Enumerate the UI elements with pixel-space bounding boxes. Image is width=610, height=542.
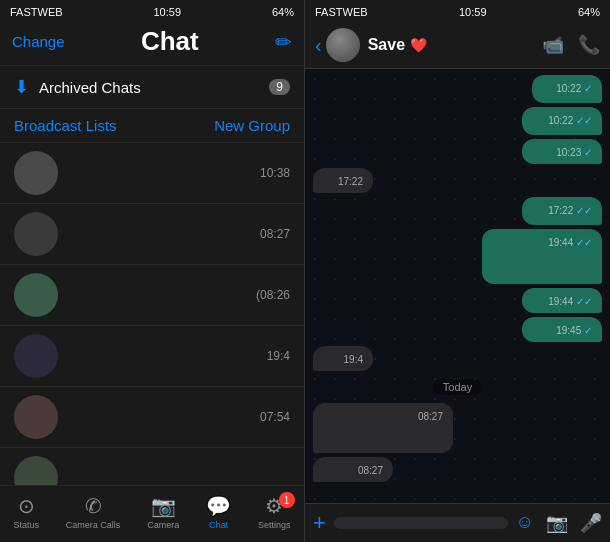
message-bubble: 10:22 ✓✓ (522, 107, 602, 135)
chat-preview (70, 175, 252, 190)
avatar (14, 273, 58, 317)
tick-icon: ✓✓ (576, 237, 592, 248)
archived-chats-row[interactable]: ⬇ Archived Chats 9 (0, 65, 304, 109)
nav-item-status[interactable]: ⊙ Status (13, 494, 39, 530)
tick-icon: ✓✓ (576, 296, 592, 307)
message-time: 19:44 ✓✓ (492, 237, 592, 248)
chat-time: 07:54 (260, 410, 290, 424)
chat-area: 10:22 ✓ 10:22 ✓✓ 10:23 ✓ 17:22 17:22 ✓✓ (305, 69, 610, 503)
message-bubble: 08:27 (313, 457, 393, 482)
chat-preview (70, 358, 259, 373)
chat-time: (08:26 (256, 288, 290, 302)
message-time: 19:4 (323, 354, 363, 365)
list-item[interactable]: 07:54 (0, 387, 304, 448)
chat-info (70, 217, 252, 251)
message-row: 19:44 ✓✓ (313, 229, 602, 284)
tick-icon: ✓ (584, 325, 592, 336)
list-item[interactable]: 19:4 (0, 326, 304, 387)
tick-icon: ✓✓ (576, 115, 592, 126)
nav-item-calls[interactable]: ✆ Camera Calls (66, 494, 121, 530)
settings-badge: 1 (279, 492, 295, 508)
chat-name (70, 400, 252, 417)
nav-item-settings[interactable]: ⚙ 1 Settings (258, 494, 291, 530)
nav-label-chat: Chat (209, 520, 228, 530)
message-row: 19:45 ✓ (313, 317, 602, 342)
archive-icon: ⬇ (14, 76, 29, 98)
left-status-bar: FASTWEB 10:59 64% (0, 0, 304, 22)
message-time: 08:27 (323, 411, 443, 422)
avatar (14, 334, 58, 378)
broadcast-label[interactable]: Broadcast Lists (14, 117, 117, 134)
heart-icon: ❤️ (410, 37, 427, 53)
avatar (14, 456, 58, 485)
chat-info (70, 400, 252, 434)
right-carrier: FASTWEB (315, 6, 368, 18)
chat-name (70, 217, 252, 234)
message-time: 19:45 ✓ (532, 325, 592, 336)
nav-label-status: Status (13, 520, 39, 530)
input-action-icons: ☺ 📷 🎤 (516, 512, 602, 534)
message-row: 08:27 ↩ (313, 403, 602, 453)
video-call-icon[interactable]: 📹 (542, 34, 564, 56)
chat-preview (70, 419, 252, 434)
message-bubble: 17:22 (313, 168, 373, 193)
left-battery: 64% (272, 6, 294, 18)
mic-icon[interactable]: 🎤 (580, 512, 602, 534)
compose-icon[interactable]: ✏ (275, 30, 292, 54)
chat-time: 19:4 (267, 349, 290, 363)
left-time: 10:59 (154, 6, 182, 18)
message-time: 17:22 (323, 176, 363, 187)
chat-name (70, 461, 282, 478)
left-header: Change Chat ✏ (0, 22, 304, 65)
chat-icon: 💬 (206, 494, 231, 518)
message-bubble: 10:22 ✓ (532, 75, 602, 103)
message-row: 17:22 (313, 168, 602, 193)
chat-time: 08:27 (260, 227, 290, 241)
tick-icon: ✓✓ (576, 205, 592, 216)
back-button[interactable]: ‹ (315, 34, 322, 57)
list-item[interactable]: ... (0, 448, 304, 485)
message-time: 17:22 ✓✓ (532, 205, 592, 216)
message-row: 17:22 ✓✓ (313, 197, 602, 225)
archived-badge: 9 (269, 79, 290, 95)
header-actions: 📹 📞 (542, 34, 600, 56)
chat-info (70, 278, 248, 312)
left-carrier: FASTWEB (10, 6, 63, 18)
emoji-icon[interactable]: ☺ (516, 512, 534, 534)
chat-preview (70, 297, 248, 312)
nav-item-chat[interactable]: 💬 Chat (206, 494, 231, 530)
chat-info: ... (70, 461, 282, 485)
list-item[interactable]: (08:26 (0, 265, 304, 326)
change-button[interactable]: Change (12, 33, 65, 50)
message-time: 10:22 ✓ (542, 83, 592, 94)
status-icon: ⊙ (18, 494, 35, 518)
message-time: 19:44 ✓✓ (532, 296, 592, 307)
right-battery: 64% (578, 6, 600, 18)
camera-input-icon[interactable]: 📷 (546, 512, 568, 534)
calls-icon: ✆ (85, 494, 102, 518)
nav-label-calls: Camera Calls (66, 520, 121, 530)
message-bubble: 19:45 ✓ (522, 317, 602, 342)
message-time: 10:22 ✓✓ (532, 115, 592, 126)
chat-name (70, 156, 252, 173)
nav-item-camera[interactable]: 📷 Camera (147, 494, 179, 530)
message-bubble: 19:44 ✓✓ (482, 229, 602, 284)
left-bottom-nav: ⊙ Status ✆ Camera Calls 📷 Camera 💬 Chat … (0, 485, 304, 542)
chat-preview (70, 236, 252, 251)
contact-avatar (326, 28, 360, 62)
message-input[interactable] (334, 517, 508, 529)
message-row: 19:44 ✓✓ (313, 288, 602, 313)
list-item[interactable]: 10:38 (0, 143, 304, 204)
new-group-button[interactable]: New Group (214, 117, 290, 134)
chat-time: 10:38 (260, 166, 290, 180)
list-item[interactable]: 08:27 (0, 204, 304, 265)
phone-icon[interactable]: 📞 (578, 34, 600, 56)
message-bubble: 10:23 ✓ (522, 139, 602, 164)
message-bubble: 08:27 (313, 403, 453, 453)
avatar (14, 151, 58, 195)
message-row: 10:22 ✓ (313, 75, 602, 103)
camera-icon: 📷 (151, 494, 176, 518)
nav-label-camera: Camera (147, 520, 179, 530)
chat-name (70, 339, 259, 356)
add-button[interactable]: + (313, 510, 326, 536)
